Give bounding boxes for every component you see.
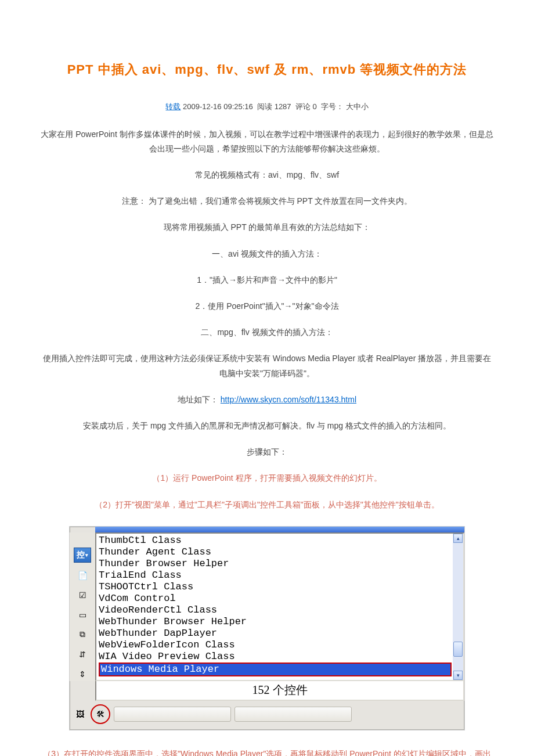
document-page: PPT 中插入 avi、mpg、flv、swf 及 rm、rmvb 等视频文件的…: [0, 0, 534, 756]
window-titlebar: [95, 527, 464, 532]
read-label: 阅读: [257, 102, 272, 111]
paragraph-avi-2: 2．使用 PoerPoint"插入"→"对象"命令法: [41, 299, 493, 314]
list-item[interactable]: Thunder Agent Class: [99, 546, 463, 558]
list-item[interactable]: TrialEnd Class: [99, 570, 463, 581]
zhuanzai-link[interactable]: 转载: [165, 102, 181, 111]
controls-count: 152 个控件: [95, 681, 464, 701]
url-prefix: 地址如下：: [178, 395, 218, 404]
fontsize-label: 字号：: [321, 102, 344, 111]
fontsize-value: 大中小: [346, 102, 369, 111]
step-1: （1）运行 PowerPoint 程序，打开需要插入视频文件的幻灯片。: [41, 471, 493, 485]
toolbox-button[interactable]: 控: [74, 548, 91, 563]
updown-icon[interactable]: ⇕: [74, 667, 91, 681]
controls-listbox[interactable]: ThumbCtl ClassThunder Agent ClassThunder…: [95, 532, 464, 681]
scroll-thumb[interactable]: [453, 642, 463, 657]
page-title: PPT 中插入 avi、mpg、flv、swf 及 rm、rmvb 等视频文件的…: [41, 61, 493, 78]
paragraph-url: 地址如下： http://www.skycn.com/soft/11343.ht…: [41, 393, 493, 407]
paragraph-intro: 大家在用 PowerPoint 制作多媒体课件的时候，加入视频，可以在教学过程中…: [41, 127, 493, 156]
controls-toolbar: 控 📄 ☑ ▭ ⧉ ⇵ ⇕: [70, 532, 95, 681]
controls-bottom-row: 🖼 🛠: [70, 701, 464, 730]
list-item[interactable]: WebThunder DapPlayer: [99, 628, 463, 639]
list-item[interactable]: WebThunder Browser Helper: [99, 616, 463, 628]
step-3: （3）在打开的控件选项界面中，选择"Windows Media Player"选…: [41, 747, 493, 756]
controls-window: 控 📄 ☑ ▭ ⧉ ⇵ ⇕ ThumbCtl ClassThunder Agen…: [69, 526, 465, 730]
comment-count: 0: [312, 102, 316, 111]
controls-body: 控 📄 ☑ ▭ ⧉ ⇵ ⇕ ThumbCtl ClassThunder Agen…: [70, 532, 464, 681]
read-count: 1287: [275, 102, 291, 111]
paragraph-summary: 现将常用视频插入 PPT 的最简单且有效的方法总结如下：: [41, 220, 493, 235]
list-item[interactable]: WIA Video Preview Class: [99, 651, 463, 663]
paragraph-mpg-heading: 二、mpg、flv 视频文件的插入方法：: [41, 325, 493, 340]
more-controls-button[interactable]: 🛠: [91, 704, 110, 724]
post-datetime: 2009-12-16 09:25:16: [183, 102, 253, 111]
paragraph-formats: 常见的视频格式有：avi、mpg、flv、swf: [41, 168, 493, 182]
gray-button-2[interactable]: [234, 707, 352, 722]
checkbox-icon[interactable]: ☑: [74, 588, 91, 602]
paragraph-avi-1: 1．"插入→影片和声音→文件中的影片": [41, 273, 493, 287]
scrollbar[interactable]: ▴ ▾: [453, 534, 463, 680]
list-item[interactable]: ThumbCtl Class: [99, 535, 463, 546]
scroll-up-button[interactable]: ▴: [453, 534, 463, 543]
list-item[interactable]: Windows Media Player: [99, 663, 452, 676]
comment-label: 评论: [295, 102, 311, 111]
paragraph-mpg-body: 使用插入控件法即可完成，使用这种方法必须保证系统中安装有 Windows Med…: [41, 351, 493, 380]
list-item[interactable]: VdCom Control: [99, 593, 463, 604]
post-meta: 转载 2009-12-16 09:25:16 阅读 1287 评论 0 字号： …: [41, 102, 493, 112]
paragraph-after-install: 安装成功后，关于 mpg 文件插入的黑屏和无声情况都可解决。flv 与 mpg …: [41, 419, 493, 433]
spin-icon[interactable]: ⇵: [74, 647, 91, 661]
properties-icon[interactable]: 📄: [74, 568, 91, 582]
list-item[interactable]: Thunder Browser Helper: [99, 558, 463, 570]
gray-button-1[interactable]: [114, 707, 231, 722]
paragraph-avi-heading: 一、avi 视频文件的插入方法：: [41, 247, 493, 261]
codec-link[interactable]: http://www.skycn.com/soft/11343.html: [221, 395, 356, 404]
image-icon[interactable]: 🖼: [73, 707, 87, 721]
list-item[interactable]: WebViewFolderIcon Class: [99, 639, 463, 651]
button-icon[interactable]: ▭: [74, 608, 91, 622]
list-item[interactable]: VideoRenderCtl Class: [99, 604, 463, 616]
listbox-icon[interactable]: ⧉: [74, 628, 91, 642]
scroll-down-button[interactable]: ▾: [453, 671, 463, 680]
list-item[interactable]: TSHOOTCtrl Class: [99, 581, 463, 593]
paragraph-note: 注意： 为了避免出错，我们通常会将视频文件与 PPT 文件放置在同一文件夹内。: [41, 194, 493, 208]
paragraph-steps-heading: 步骤如下：: [41, 445, 493, 459]
step-2: （2）打开"视图"菜单，通过"工具栏"子项调出"控件工具箱"面板，从中选择"其他…: [41, 498, 493, 512]
